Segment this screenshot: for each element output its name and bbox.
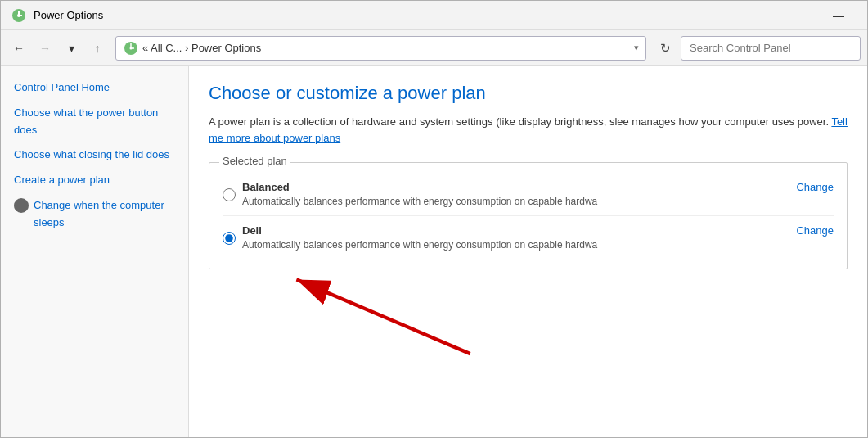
selected-plan-section: Selected plan Balanced Automatically bal…	[209, 162, 848, 269]
plan-dell-desc: Automatically balances performance with …	[242, 239, 786, 251]
window: Power Options — ← → ▾ ↑ « All C..	[0, 0, 868, 438]
forward-button[interactable]: →	[34, 37, 56, 60]
plan-balanced-info: Balanced Automatically balances performa…	[242, 181, 786, 207]
svg-point-3	[130, 47, 133, 49]
plan-dell-radio-container: Dell Automatically balances performance …	[223, 224, 786, 251]
sidebar-item-closing-lid[interactable]: Choose what closing the lid does	[14, 147, 175, 164]
plan-balanced-radio[interactable]	[223, 188, 236, 201]
address-dropdown-arrow[interactable]: ▾	[634, 43, 639, 53]
address-bar[interactable]: « All C... › Power Options ▾	[115, 36, 646, 61]
plan-balanced-radio-container: Balanced Automatically balances performa…	[223, 181, 786, 207]
sidebar-item-control-panel-home[interactable]: Control Panel Home	[14, 79, 175, 97]
plan-balanced-name: Balanced	[242, 181, 786, 193]
svg-line-5	[296, 279, 470, 354]
up-button[interactable]: ↑	[86, 37, 109, 60]
page-title: Choose or customize a power plan	[209, 83, 848, 104]
minimize-button[interactable]: —	[820, 3, 857, 28]
window-title: Power Options	[34, 9, 820, 21]
plan-row-balanced: Balanced Automatically balances performa…	[223, 173, 834, 216]
dropdown-button[interactable]: ▾	[60, 37, 83, 60]
refresh-button[interactable]: ↻	[653, 36, 677, 61]
back-button[interactable]: ←	[7, 37, 30, 60]
page-description: A power plan is a collection of hardware…	[209, 114, 848, 146]
plan-dell-radio[interactable]	[223, 232, 236, 245]
plan-dell-info: Dell Automatically balances performance …	[242, 224, 786, 251]
plan-row-dell: Dell Automatically balances performance …	[223, 216, 834, 259]
selected-plan-label: Selected plan	[219, 155, 290, 167]
window-icon	[11, 7, 27, 24]
plan-balanced-change-link[interactable]: Change	[796, 181, 834, 193]
sleep-icon	[14, 198, 29, 213]
address-bar-icon	[123, 40, 139, 56]
plan-balanced-desc: Automatically balances performance with …	[242, 196, 786, 207]
sidebar-item-create-plan[interactable]: Create a power plan	[14, 172, 175, 189]
svg-point-1	[17, 14, 20, 17]
sidebar-item-computer-sleep[interactable]: Change when the computer sleeps	[14, 197, 175, 232]
plan-dell-change-link[interactable]: Change	[796, 224, 834, 237]
title-controls: —	[820, 3, 857, 28]
search-input[interactable]	[681, 36, 861, 61]
content-area: Control Panel Home Choose what the power…	[1, 66, 867, 437]
address-text: « All C... › Power Options	[142, 42, 631, 54]
plan-dell-name: Dell	[242, 224, 786, 237]
nav-bar: ← → ▾ ↑ « All C... › Power Options ▾ ↻	[1, 30, 867, 66]
main-content: Choose or customize a power plan A power…	[189, 66, 867, 437]
title-bar: Power Options —	[1, 1, 867, 30]
sidebar: Control Panel Home Choose what the power…	[1, 66, 189, 437]
sidebar-item-power-button[interactable]: Choose what the power button does	[14, 105, 175, 139]
